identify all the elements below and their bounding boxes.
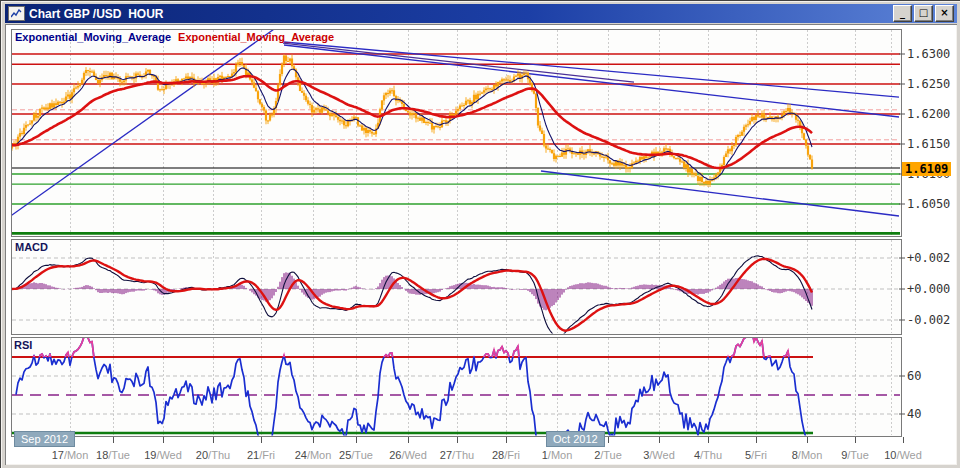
chart-app-icon bbox=[8, 6, 25, 21]
price-axis-label: 1.6300 bbox=[907, 47, 950, 61]
price-axis-label: 1.6150 bbox=[907, 137, 950, 151]
indicator-legend: Exponential_Moving_Average Exponential_M… bbox=[15, 31, 334, 43]
macd-panel-label: MACD bbox=[15, 241, 48, 253]
ema-fast-legend-label: Exponential_Moving_Average bbox=[15, 31, 171, 43]
month-marker-badge: Oct 2012 bbox=[546, 431, 605, 447]
macd-axis-label: +0.000 bbox=[907, 282, 950, 296]
date-axis-label: 10/Wed bbox=[871, 449, 935, 461]
month-marker-badge: Sep 2012 bbox=[14, 431, 75, 447]
macd-axis-label: +0.002 bbox=[907, 251, 950, 265]
chart-content-area[interactable] bbox=[5, 24, 957, 465]
current-price-badge: 1.6109 bbox=[902, 162, 951, 176]
chart-window: Chart GBP /USD HOUR _ □ × Exponential_Mo… bbox=[0, 0, 960, 468]
price-axis-label: 1.6250 bbox=[907, 77, 950, 91]
close-button[interactable]: × bbox=[935, 5, 954, 22]
maximize-button[interactable]: □ bbox=[914, 5, 933, 22]
minimize-button[interactable]: _ bbox=[893, 5, 912, 22]
price-axis-label: 1.6200 bbox=[907, 107, 950, 121]
price-axis-label: 1.6050 bbox=[907, 197, 950, 211]
window-controls: _ □ × bbox=[893, 5, 954, 22]
macd-axis-label: -0.002 bbox=[907, 313, 950, 327]
rsi-axis-label: 40 bbox=[907, 407, 921, 421]
rsi-panel-label: RSI bbox=[14, 339, 32, 351]
ema-slow-legend-label: Exponential_Moving_Average bbox=[178, 31, 334, 43]
rsi-axis-label: 60 bbox=[907, 369, 921, 383]
window-title: Chart GBP /USD HOUR bbox=[29, 7, 163, 21]
titlebar[interactable]: Chart GBP /USD HOUR _ □ × bbox=[5, 4, 957, 23]
